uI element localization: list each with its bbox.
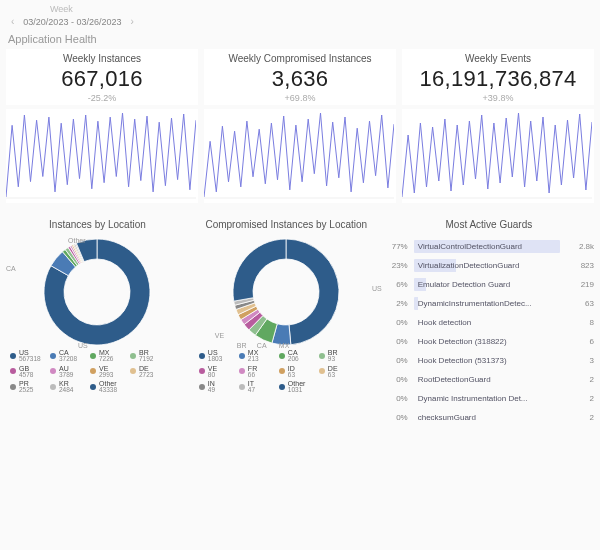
guard-pct: 77% bbox=[384, 242, 408, 251]
kpi-value: 667,016 bbox=[12, 66, 192, 92]
guard-pct: 0% bbox=[384, 394, 408, 403]
legend-item: US1803 bbox=[199, 349, 235, 363]
legend-item: CA37208 bbox=[50, 349, 86, 363]
legend-item: Other1031 bbox=[279, 380, 315, 394]
prev-week-chevron[interactable]: ‹ bbox=[8, 16, 17, 27]
guard-row: 0% Hook detection 8 bbox=[384, 313, 594, 332]
legend-item: PR2525 bbox=[10, 380, 46, 394]
guard-count: 6 bbox=[566, 337, 594, 346]
guard-name: checksumGuard bbox=[414, 411, 560, 424]
kpi-title: Weekly Instances bbox=[12, 53, 192, 64]
legend-item: MX7226 bbox=[90, 349, 126, 363]
guard-pct: 0% bbox=[384, 356, 408, 365]
legend-item: KR2484 bbox=[50, 380, 86, 394]
kpi-delta: +69.8% bbox=[210, 93, 390, 103]
legend-item: CA206 bbox=[279, 349, 315, 363]
guard-pct: 6% bbox=[384, 280, 408, 289]
guard-row: 0% RootDetectionGuard 2 bbox=[384, 370, 594, 389]
legend-item: VE80 bbox=[199, 365, 235, 379]
legend-item: BR93 bbox=[319, 349, 355, 363]
guard-row: 0% Hook Detection (531373) 3 bbox=[384, 351, 594, 370]
legend-item: MX213 bbox=[239, 349, 275, 363]
guard-pct: 0% bbox=[384, 337, 408, 346]
kpi-card: Weekly Events 16,191,736,874 +39.8% bbox=[402, 49, 594, 105]
guard-name: RootDetectionGuard bbox=[414, 373, 560, 386]
legend-item: GB4578 bbox=[10, 365, 46, 379]
legend-item: VE2993 bbox=[90, 365, 126, 379]
legend-item: IT47 bbox=[239, 380, 275, 394]
guard-row: 0% checksumGuard 2 bbox=[384, 408, 594, 427]
legend-item: DE2723 bbox=[130, 365, 166, 379]
guard-pct: 2% bbox=[384, 299, 408, 308]
guard-name: Dynamic Instrumentation Det... bbox=[414, 392, 560, 405]
guard-pct: 0% bbox=[384, 413, 408, 422]
legend: US567318 CA37208 MX7226 BR7192 GB4578 AU… bbox=[6, 347, 189, 394]
most-active-guards: Most Active Guards 77% VirtualControlDet… bbox=[384, 211, 594, 427]
chart-title: Most Active Guards bbox=[384, 211, 594, 237]
donut-instances-location: Instances by Location Other CA US US5673… bbox=[6, 211, 189, 427]
sparkline-chart bbox=[402, 109, 594, 203]
guard-row: 0% Dynamic Instrumentation Det... 2 bbox=[384, 389, 594, 408]
legend-item: ID63 bbox=[279, 365, 315, 379]
kpi-delta: +39.8% bbox=[408, 93, 588, 103]
guard-name: Hook Detection (318822) bbox=[414, 335, 560, 348]
legend-item: BR7192 bbox=[130, 349, 166, 363]
guard-row: 77% VirtualControlDetectionGuard 2.8k bbox=[384, 237, 594, 256]
guard-count: 2 bbox=[566, 394, 594, 403]
guard-name: Hook detection bbox=[414, 316, 560, 329]
guard-name: Emulator Detection Guard bbox=[414, 278, 560, 291]
guard-count: 8 bbox=[566, 318, 594, 327]
guard-row: 0% Hook Detection (318822) 6 bbox=[384, 332, 594, 351]
kpi-card: Weekly Compromised Instances 3,636 +69.8… bbox=[204, 49, 396, 105]
guard-row: 23% VirtualizationDetectionGuard 823 bbox=[384, 256, 594, 275]
next-week-chevron[interactable]: › bbox=[127, 16, 136, 27]
guard-name: VirtualizationDetectionGuard bbox=[414, 259, 560, 272]
legend: US1803 MX213 CA206 BR93 VE80 FR66 ID63 D… bbox=[195, 347, 378, 394]
guard-count: 63 bbox=[566, 299, 594, 308]
guard-count: 2.8k bbox=[566, 242, 594, 251]
guard-pct: 0% bbox=[384, 375, 408, 384]
guard-count: 219 bbox=[566, 280, 594, 289]
legend-item: FR66 bbox=[239, 365, 275, 379]
week-label: Week bbox=[50, 4, 592, 14]
guard-count: 3 bbox=[566, 356, 594, 365]
legend-item: DE63 bbox=[319, 365, 355, 379]
kpi-card: Weekly Instances 667,016 -25.2% bbox=[6, 49, 198, 105]
kpi-value: 16,191,736,874 bbox=[408, 66, 588, 92]
legend-item: AU3789 bbox=[50, 365, 86, 379]
guard-count: 2 bbox=[566, 375, 594, 384]
chart-title: Instances by Location bbox=[6, 211, 189, 237]
guard-count: 2 bbox=[566, 413, 594, 422]
legend-item: IN49 bbox=[199, 380, 235, 394]
kpi-title: Weekly Compromised Instances bbox=[210, 53, 390, 64]
guard-pct: 0% bbox=[384, 318, 408, 327]
guard-name: Hook Detection (531373) bbox=[414, 354, 560, 367]
guard-row: 6% Emulator Detection Guard 219 bbox=[384, 275, 594, 294]
sparkline-chart bbox=[6, 109, 198, 203]
legend-item: Other43338 bbox=[90, 380, 126, 394]
kpi-title: Weekly Events bbox=[408, 53, 588, 64]
guard-count: 823 bbox=[566, 261, 594, 270]
chart-title: Compromised Instances by Location bbox=[195, 211, 378, 237]
sparkline-chart bbox=[204, 109, 396, 203]
date-range[interactable]: 03/20/2023 - 03/26/2023 bbox=[23, 17, 121, 27]
section-title: Application Health bbox=[0, 29, 600, 47]
legend-item: US567318 bbox=[10, 349, 46, 363]
guard-name: DynamicInstrumentationDetec... bbox=[414, 297, 560, 310]
guard-pct: 23% bbox=[384, 261, 408, 270]
donut-compromised-location: Compromised Instances by Location US VE … bbox=[195, 211, 378, 427]
kpi-value: 3,636 bbox=[210, 66, 390, 92]
guard-name: VirtualControlDetectionGuard bbox=[414, 240, 560, 253]
kpi-delta: -25.2% bbox=[12, 93, 192, 103]
guard-row: 2% DynamicInstrumentationDetec... 63 bbox=[384, 294, 594, 313]
